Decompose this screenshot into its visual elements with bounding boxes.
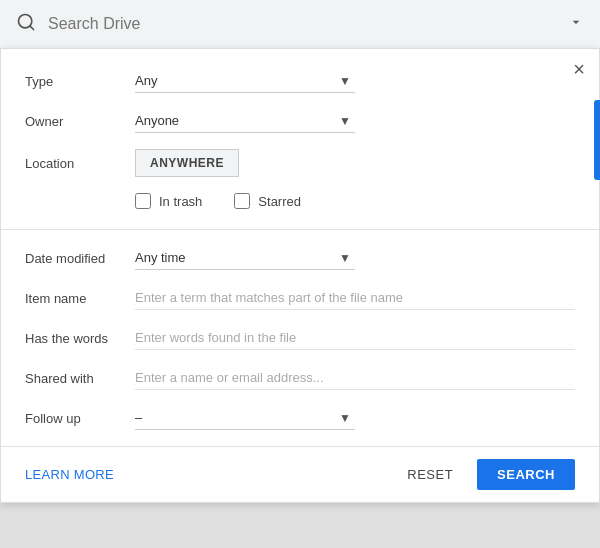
follow-up-select-wrapper: – Action items Decisions ▼ (135, 406, 355, 430)
starred-checkbox[interactable] (234, 193, 250, 209)
date-modified-label: Date modified (25, 251, 135, 266)
in-trash-checkbox[interactable] (135, 193, 151, 209)
owner-select-wrapper: Anyone Owned by me Not owned by me ▼ (135, 109, 355, 133)
has-words-row: Has the words (25, 326, 575, 350)
search-icon (16, 12, 36, 36)
has-words-label: Has the words (25, 331, 135, 346)
footer-buttons: RESET SEARCH (395, 459, 575, 490)
item-name-row: Item name (25, 286, 575, 310)
starred-checkbox-label[interactable]: Starred (234, 193, 301, 209)
owner-label: Owner (25, 114, 135, 129)
search-input[interactable] (48, 15, 568, 33)
date-modified-row: Date modified Any time Today Last 7 days… (25, 246, 575, 270)
location-label: Location (25, 156, 135, 171)
shared-with-label: Shared with (25, 371, 135, 386)
search-dropdown-arrow[interactable] (568, 14, 584, 34)
checkboxes-row: In trash Starred (135, 193, 575, 209)
panel-bottom-section: Date modified Any time Today Last 7 days… (1, 230, 599, 446)
date-modified-select-wrapper: Any time Today Last 7 days Last 30 days … (135, 246, 355, 270)
item-name-label: Item name (25, 291, 135, 306)
in-trash-label: In trash (159, 194, 202, 209)
in-trash-checkbox-label[interactable]: In trash (135, 193, 202, 209)
follow-up-label: Follow up (25, 411, 135, 426)
location-anywhere-button[interactable]: ANYWHERE (135, 149, 239, 177)
type-select-wrapper: Any Documents Spreadsheets Presentations… (135, 69, 355, 93)
sidebar-accent (594, 100, 600, 180)
footer-row: LEARN MORE RESET SEARCH (1, 446, 599, 502)
type-select[interactable]: Any Documents Spreadsheets Presentations… (135, 69, 355, 93)
location-row: Location ANYWHERE (25, 149, 575, 177)
shared-with-row: Shared with (25, 366, 575, 390)
starred-label: Starred (258, 194, 301, 209)
type-label: Type (25, 74, 135, 89)
item-name-input[interactable] (135, 286, 575, 310)
date-modified-select[interactable]: Any time Today Last 7 days Last 30 days … (135, 246, 355, 270)
reset-button[interactable]: RESET (395, 459, 465, 490)
learn-more-link[interactable]: LEARN MORE (25, 467, 114, 482)
has-words-input[interactable] (135, 326, 575, 350)
close-button[interactable]: × (573, 59, 585, 79)
type-row: Type Any Documents Spreadsheets Presenta… (25, 69, 575, 93)
panel-top-section: × Type Any Documents Spreadsheets Presen… (1, 49, 599, 230)
owner-select[interactable]: Anyone Owned by me Not owned by me (135, 109, 355, 133)
svg-line-1 (30, 26, 34, 30)
search-button[interactable]: SEARCH (477, 459, 575, 490)
advanced-search-panel: × Type Any Documents Spreadsheets Presen… (0, 48, 600, 503)
follow-up-row: Follow up – Action items Decisions ▼ (25, 406, 575, 430)
shared-with-input[interactable] (135, 366, 575, 390)
search-bar (0, 0, 600, 48)
follow-up-select[interactable]: – Action items Decisions (135, 406, 355, 430)
owner-row: Owner Anyone Owned by me Not owned by me… (25, 109, 575, 133)
